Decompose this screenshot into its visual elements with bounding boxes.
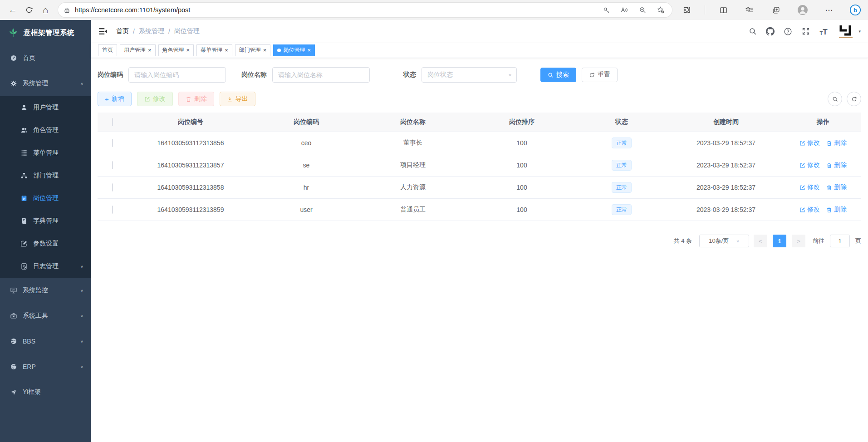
refresh-icon <box>25 6 33 14</box>
post-name-input[interactable] <box>272 67 370 83</box>
add-favorite-button[interactable] <box>654 3 667 17</box>
toggle-search-button[interactable] <box>828 92 842 106</box>
tab-post-mgmt[interactable]: 岗位管理× <box>273 44 315 56</box>
font-size-button[interactable]: TT <box>819 27 828 36</box>
sidebar-collapse-button[interactable] <box>98 26 108 36</box>
export-button[interactable]: 导出 <box>220 92 255 106</box>
password-button[interactable] <box>599 3 613 17</box>
close-icon[interactable]: × <box>225 47 228 53</box>
bing-chat-button[interactable]: b <box>847 3 863 17</box>
sidebar-item-user-mgmt[interactable]: 用户管理 <box>0 96 91 119</box>
browser-essentials-button[interactable] <box>678 3 695 17</box>
tab-dept-mgmt[interactable]: 部门管理× <box>235 44 271 56</box>
split-screen-button[interactable] <box>715 3 731 17</box>
next-page-button[interactable]: > <box>792 235 805 247</box>
user-icon <box>20 104 28 111</box>
sidebar-item-system-tools[interactable]: 系统工具 ∨ <box>0 303 91 329</box>
row-delete-link[interactable]: 删除 <box>826 206 847 214</box>
post-table: 岗位编号 岗位编码 岗位名称 岗位排序 状态 创建时间 操作 164103059… <box>98 113 861 221</box>
user-avatar-menu[interactable]: ▾ <box>837 22 861 40</box>
sidebar-item-post-mgmt[interactable]: 岗位管理 <box>0 187 91 210</box>
breadcrumb-post: 岗位管理 <box>174 27 200 35</box>
github-link[interactable] <box>766 27 775 36</box>
sidebar-item-label: 系统工具 <box>23 312 48 320</box>
select-all-checkbox[interactable] <box>112 118 113 126</box>
zoom-out-button[interactable] <box>636 3 649 17</box>
browser-refresh-button[interactable] <box>21 3 37 17</box>
favorites-button[interactable] <box>741 3 758 17</box>
cell-created-time: 2023-03-29 18:52:37 <box>667 184 785 191</box>
address-bar[interactable]: https://ccnetcore.com:1101/system/post <box>58 3 672 17</box>
fullscreen-button[interactable] <box>801 27 810 36</box>
sidebar-item-log-mgmt[interactable]: 日志管理 ∨ <box>0 255 91 278</box>
browser-menu-button[interactable]: ⋯ <box>821 3 837 17</box>
row-edit-link[interactable]: 修改 <box>799 183 820 192</box>
browser-profile-button[interactable] <box>794 3 811 17</box>
tab-role-mgmt[interactable]: 角色管理× <box>158 44 194 56</box>
question-circle-icon <box>784 27 792 36</box>
sidebar-item-erp[interactable]: ERP ∨ <box>0 354 91 379</box>
tab-menu-mgmt[interactable]: 菜单管理× <box>196 44 232 56</box>
sidebar-item-yi-framework[interactable]: Yi框架 <box>0 379 91 405</box>
prev-page-button[interactable]: < <box>754 235 767 247</box>
row-checkbox[interactable] <box>112 139 113 147</box>
sidebar-item-home[interactable]: 首页 <box>0 45 91 71</box>
close-icon[interactable]: × <box>186 47 190 53</box>
edit-icon <box>799 140 805 146</box>
delete-button[interactable]: 删除 <box>178 92 214 106</box>
row-edit-link[interactable]: 修改 <box>799 206 820 214</box>
close-icon[interactable]: × <box>263 47 267 53</box>
browser-home-button[interactable]: ⌂ <box>37 3 54 17</box>
post-code-input[interactable] <box>128 67 226 83</box>
row-edit-link[interactable]: 修改 <box>799 139 820 147</box>
refresh-icon <box>851 96 857 102</box>
edit-button[interactable]: 修改 <box>137 92 173 106</box>
pagination-total: 共 4 条 <box>674 237 692 245</box>
breadcrumb-system: 系统管理 <box>139 27 164 35</box>
row-delete-link[interactable]: 删除 <box>826 183 847 192</box>
sidebar-item-menu-mgmt[interactable]: 菜单管理 <box>0 142 91 164</box>
tab-user-mgmt[interactable]: 用户管理× <box>120 44 156 56</box>
tab-home[interactable]: 首页 <box>98 44 117 56</box>
collections-button[interactable] <box>768 3 785 17</box>
sidebar-item-dict-mgmt[interactable]: 字典管理 <box>0 210 91 232</box>
sidebar-item-system-monitor[interactable]: 系统监控 ∨ <box>0 278 91 303</box>
row-checkbox[interactable] <box>112 161 113 169</box>
yi-logo-underline <box>839 37 853 38</box>
page-size-select[interactable]: 10条/页 ∨ <box>699 235 749 247</box>
cell-post-code: hr <box>254 184 358 191</box>
add-button[interactable]: + 新增 <box>98 92 132 106</box>
row-delete-link[interactable]: 删除 <box>826 139 847 147</box>
reset-button[interactable]: 重置 <box>582 68 618 82</box>
sidebar-item-system-mgmt[interactable]: 系统管理 ∧ <box>0 71 91 96</box>
sidebar-item-dept-mgmt[interactable]: 部门管理 <box>0 164 91 187</box>
read-aloud-button[interactable] <box>618 3 631 17</box>
header-search-button[interactable] <box>748 27 757 36</box>
breadcrumb-home[interactable]: 首页 <box>116 27 129 35</box>
refresh-table-button[interactable] <box>847 92 861 106</box>
help-button[interactable] <box>784 27 792 36</box>
sidebar-item-bbs[interactable]: BBS ∨ <box>0 329 91 354</box>
page-number-button[interactable]: 1 <box>773 235 786 247</box>
profile-avatar-icon <box>797 5 808 15</box>
row-checkbox[interactable] <box>112 183 113 192</box>
page-content: 岗位编码 岗位名称 状态 岗位状态 ∨ 搜索 <box>91 58 868 442</box>
hamburger-icon <box>98 26 108 36</box>
delete-link-label: 删除 <box>834 206 847 214</box>
search-button[interactable]: 搜索 <box>540 68 576 82</box>
goto-page-input[interactable] <box>830 235 850 247</box>
search-icon <box>548 72 554 78</box>
tab-label: 岗位管理 <box>283 46 305 54</box>
browser-back-button[interactable]: ← <box>5 3 21 17</box>
sidebar-item-param-settings[interactable]: 参数设置 <box>0 232 91 255</box>
cell-post-sort: 100 <box>467 184 576 191</box>
close-icon[interactable]: × <box>307 47 311 53</box>
delete-link-label: 删除 <box>834 161 847 169</box>
sidebar-item-role-mgmt[interactable]: 角色管理 <box>0 119 91 142</box>
row-delete-link[interactable]: 删除 <box>826 161 847 169</box>
row-checkbox[interactable] <box>112 206 113 214</box>
zoom-out-icon <box>639 6 647 14</box>
row-edit-link[interactable]: 修改 <box>799 161 820 169</box>
close-icon[interactable]: × <box>148 47 152 53</box>
status-select[interactable]: 岗位状态 ∨ <box>422 67 517 83</box>
